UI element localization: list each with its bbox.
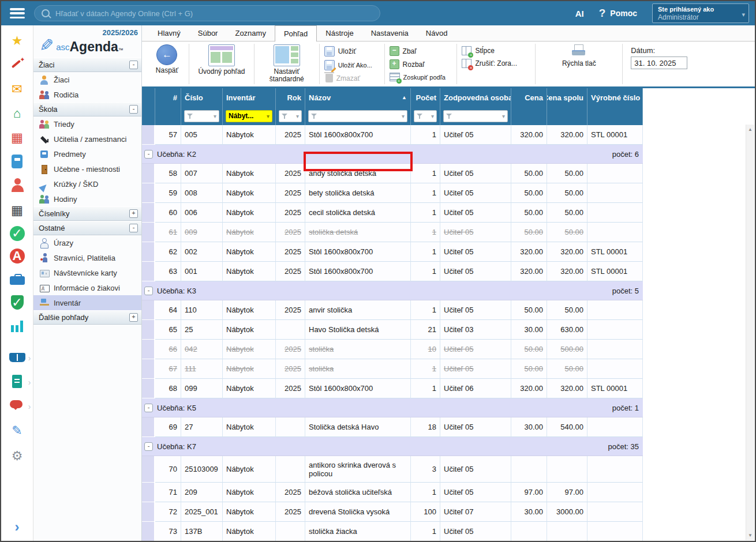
table-row[interactable]: 722025_001Nábytok2025drevená Stolička vy… — [142, 502, 643, 522]
tab-zoznamy[interactable]: Zoznamy — [226, 26, 274, 41]
table-row[interactable]: 60006Nábytok2025cecil stolička detská1Uč… — [142, 203, 643, 223]
column-header-osoba[interactable]: Zodpovedná osoba — [440, 88, 511, 107]
filter-input-rok[interactable]: ▾ — [279, 110, 302, 122]
table-row[interactable]: 63001Nábytok2025Stôl 1600x800x7001Učiteľ… — [142, 262, 643, 281]
tab-pohľad[interactable]: Pohľad — [275, 25, 317, 42]
settings-icon[interactable]: ⚙ — [7, 447, 28, 464]
sidebar-item[interactable]: Inventár — [33, 295, 141, 310]
expand-button[interactable]: + Rozbaľ — [390, 59, 457, 69]
hamburger-menu-icon[interactable] — [10, 8, 25, 18]
tab-nástroje[interactable]: Nástroje — [317, 26, 362, 41]
spellcheck-icon[interactable]: A — [10, 249, 25, 264]
column-header-nazov[interactable]: Názov▲ — [305, 88, 411, 107]
sidebar-item[interactable]: Rodičia — [33, 87, 141, 102]
expand-rail-icon[interactable]: › — [7, 518, 28, 535]
sidebar-item[interactable]: Informácie o žiakovi — [33, 280, 141, 295]
columns-button[interactable]: Stĺpce — [462, 46, 535, 55]
column-header-sel[interactable] — [142, 88, 155, 107]
sidebar-section-header[interactable]: Žiaci- — [33, 58, 141, 72]
group-row[interactable]: -Učebňa: K7počet: 35 — [142, 437, 643, 456]
table-row[interactable]: 66042Nábytok2025stolička10Učiteľ 0550.00… — [142, 340, 643, 359]
sidebar-item[interactable]: Návštevnícke karty — [33, 265, 141, 280]
table-row[interactable]: 73137BNábytokstolička žiacka1Učiteľ 05 — [142, 522, 643, 541]
quick-print-button[interactable]: Rýchla tlač — [536, 42, 622, 86]
sidebar-section-header[interactable]: Škola- — [33, 102, 141, 116]
bar-chart-icon[interactable] — [7, 317, 28, 334]
scroll-up-icon[interactable]: ▲ — [748, 125, 753, 134]
sidebar-section-header[interactable]: Číselníky+ — [33, 206, 141, 221]
expand-section-icon[interactable]: + — [129, 209, 138, 218]
expand-section-icon[interactable]: + — [129, 313, 138, 322]
group-row[interactable]: -Učebňa: K3počet: 5 — [142, 281, 643, 300]
collapse-group-icon[interactable]: - — [144, 442, 153, 451]
shield-check-icon[interactable]: ✓ — [11, 295, 24, 310]
table-row[interactable]: 57005Nábytok2025Stôl 1600x800x7001Učiteľ… — [142, 125, 643, 145]
column-header-n[interactable]: # — [155, 88, 181, 107]
set-default-button[interactable]: Nastaviť štandardné — [255, 42, 319, 86]
collapse-section-icon[interactable]: - — [129, 224, 138, 232]
filter-input-nazov[interactable]: ▾ — [308, 110, 407, 122]
documents-icon[interactable]: › — [7, 374, 28, 390]
table-row[interactable]: 62002Nábytok2025Stôl 1600x800x7001Učiteľ… — [142, 242, 643, 262]
sidebar-item[interactable]: Stravníci, Platitelia — [33, 250, 141, 265]
sidebar-section-header[interactable]: Ďalšie pohľady+ — [33, 310, 141, 325]
column-header-rok[interactable]: Rok — [276, 88, 305, 107]
check-circle-icon[interactable]: ✓ — [10, 226, 25, 241]
column-header-vyrobne[interactable]: Výrobné číslo — [587, 88, 643, 107]
sidebar-item[interactable]: Žiaci — [33, 72, 141, 87]
collapse-section-icon[interactable]: - — [129, 105, 138, 114]
home-view-button[interactable]: Úvodný pohľad — [189, 42, 254, 86]
sidebar-section-header[interactable]: Ostatné- — [33, 221, 141, 235]
collapse-section-icon[interactable]: - — [129, 61, 138, 69]
collapse-group-icon[interactable]: - — [144, 150, 153, 159]
ai-button[interactable]: AI — [575, 9, 584, 18]
sidebar-item[interactable]: Krúžky / ŠKD — [33, 176, 141, 191]
person-icon[interactable] — [7, 178, 28, 194]
pencil-icon[interactable]: ✎ — [7, 422, 28, 439]
table-row[interactable]: 58007Nábytok2025andy stolička detská1Uči… — [142, 164, 643, 183]
table-row[interactable]: 64110Nábytok2025anvir stolička1Učiteľ 05… — [142, 300, 643, 320]
group-by-button[interactable]: Zoskupiť podľa — [390, 73, 457, 81]
filter-input-cislo[interactable]: ▾ — [184, 110, 219, 122]
tab-nastavenia[interactable]: Nastavenia — [362, 26, 417, 41]
table-row[interactable]: 68099Nábytok2025Stôl 1600x800x7001Učiteľ… — [142, 379, 643, 398]
global-search[interactable] — [34, 5, 380, 21]
delete-button[interactable]: Zmazať — [324, 74, 384, 82]
sidebar-item[interactable]: Predmety — [33, 146, 141, 161]
sidebar-item[interactable]: Hodiny — [33, 191, 141, 206]
table-row[interactable]: 61009Nábytok2025stolička detská1Učiteľ 0… — [142, 223, 643, 242]
school-year[interactable]: 2025/2026 — [33, 25, 141, 37]
sidebar-item[interactable]: Učitelia / zamestnanci — [33, 131, 141, 146]
column-header-spolu[interactable]: Cena spolu — [547, 88, 587, 107]
collapse-group-icon[interactable]: - — [144, 404, 153, 412]
briefcase-icon[interactable] — [7, 271, 28, 288]
messages-icon[interactable]: ✉ — [7, 81, 28, 97]
group-row[interactable]: -Učebňa: K2počet: 6 — [142, 145, 643, 164]
collapse-group-icon[interactable]: - — [144, 287, 153, 295]
filter-input-pocet[interactable]: ▾ — [414, 110, 437, 122]
tab-súbor[interactable]: Súbor — [189, 26, 227, 41]
timetable-icon[interactable]: ▦ — [7, 129, 28, 146]
filter-input-inventar[interactable]: Nábyt...▾ — [226, 110, 272, 122]
help-button[interactable]: ? Pomoc — [599, 7, 637, 20]
favorites-icon[interactable]: ★ — [7, 32, 28, 49]
magic-wand-icon[interactable] — [7, 57, 28, 73]
column-header-cena[interactable]: Cena — [511, 88, 547, 107]
group-row[interactable]: -Učebňa: K5počet: 1 — [142, 398, 643, 417]
gradebook-icon[interactable] — [7, 153, 28, 170]
sidebar-item[interactable]: Triedy — [33, 116, 141, 131]
tab-návod[interactable]: Návod — [417, 26, 456, 41]
library-icon[interactable]: › — [7, 349, 28, 366]
column-header-inventar[interactable]: Inventár — [223, 88, 276, 107]
sidebar-item[interactable]: Úrazy — [33, 235, 141, 250]
search-input[interactable] — [50, 9, 380, 18]
column-header-cislo[interactable]: Číslo — [181, 88, 223, 107]
filter-input-osoba[interactable]: ▾ — [443, 110, 508, 122]
table-row[interactable]: 67111Nábytok2025stolička1Učiteľ 0550.005… — [142, 359, 643, 379]
vertical-scrollbar[interactable]: ▲ ▼ — [746, 125, 754, 540]
table-row[interactable]: 59008Nábytok2025bety stolička detská1Uči… — [142, 183, 643, 203]
table-row[interactable]: 6525NábytokHavo Stolička detská21Učiteľ … — [142, 320, 643, 340]
date-input[interactable] — [631, 57, 687, 69]
cancel-sort-button[interactable]: Zrušiť: Zora... — [462, 59, 535, 68]
tab-hlavný[interactable]: Hlavný — [149, 26, 189, 41]
